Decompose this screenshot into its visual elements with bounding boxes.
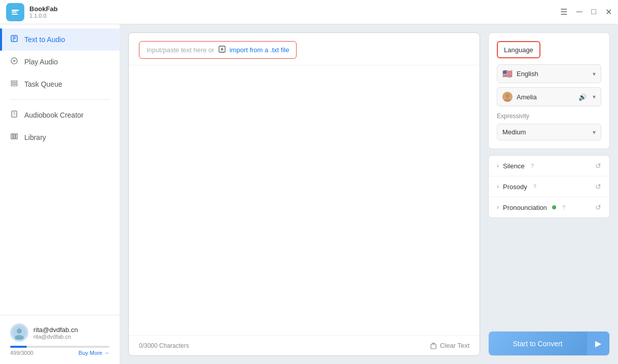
window-controls: ☰ ─ □ ✕ xyxy=(560,7,612,17)
progress-fill xyxy=(10,346,27,348)
active-indicator xyxy=(0,28,2,51)
app-logo xyxy=(6,3,24,21)
play-convert-icon: ▶ xyxy=(595,339,601,348)
progress-text: 499/3000 Buy More → xyxy=(10,350,110,356)
svg-rect-11 xyxy=(11,83,17,84)
language-chevron-icon: ▾ xyxy=(593,70,596,78)
prosody-title: Prosody xyxy=(503,183,527,191)
text-to-audio-icon xyxy=(10,34,18,45)
right-panel: Language 🇺🇸 English ▾ Amelia 🔊 ▾ Ex xyxy=(488,32,610,356)
app-name: BookFab xyxy=(29,5,58,13)
expandable-settings: › Silence ? ↺ › Prosody ? ↺ xyxy=(488,155,610,218)
sidebar-item-task-queue[interactable]: Task Queue xyxy=(0,73,120,95)
char-count: 0/3000 Characters xyxy=(139,342,189,349)
play-convert-button[interactable]: ▶ xyxy=(587,332,609,355)
pronounciation-left: › Pronounciation ? xyxy=(497,204,565,211)
flag-icon: 🇺🇸 xyxy=(502,69,513,79)
silence-reset-icon[interactable]: ↺ xyxy=(595,162,601,170)
language-label: Language xyxy=(504,46,533,54)
library-icon xyxy=(10,132,18,142)
user-details: rita@dvdfab.cn rita@dvdfab.cn xyxy=(33,326,110,340)
voice-name: Amelia xyxy=(517,93,574,101)
sidebar-task-queue-label: Task Queue xyxy=(24,80,62,88)
convert-bar: Start to Convert ▶ xyxy=(488,331,610,356)
close-button[interactable]: ✕ xyxy=(605,7,612,17)
svg-rect-2 xyxy=(12,12,17,13)
user-info: rita@dvdfab.cn rita@dvdfab.cn xyxy=(10,323,110,342)
maximize-button[interactable]: □ xyxy=(591,7,596,17)
start-convert-button[interactable]: Start to Convert xyxy=(489,332,587,355)
language-select[interactable]: 🇺🇸 English ▾ xyxy=(497,64,601,83)
silence-row[interactable]: › Silence ? ↺ xyxy=(489,156,609,176)
app-info: BookFab 1.1.0.0 xyxy=(29,5,58,19)
sound-icon: 🔊 xyxy=(578,93,587,101)
progress-max: 3000 xyxy=(21,350,33,356)
svg-rect-16 xyxy=(11,134,13,139)
pronounciation-title: Pronounciation xyxy=(503,204,547,211)
sidebar-item-library[interactable]: Library xyxy=(0,126,120,149)
pronounciation-row[interactable]: › Pronounciation ? ↺ xyxy=(489,197,609,217)
voice-select[interactable]: Amelia 🔊 ▾ xyxy=(497,87,601,106)
user-name: rita@dvdfab.cn xyxy=(33,326,110,334)
import-box[interactable]: Input/paste text here or import from a .… xyxy=(139,41,297,59)
clear-text-label: Clear Text xyxy=(440,342,469,349)
menu-icon[interactable]: ☰ xyxy=(560,7,567,17)
app-version: 1.1.0.0 xyxy=(29,13,58,19)
sidebar-item-play-audio[interactable]: Play Audio xyxy=(0,51,120,73)
sidebar: Text to Audio Play Audio Task Queue xyxy=(0,24,120,364)
content-area: Input/paste text here or import from a .… xyxy=(120,24,618,364)
main-layout: Text to Audio Play Audio Task Queue xyxy=(0,24,618,364)
silence-help-icon[interactable]: ? xyxy=(531,163,534,169)
audiobook-creator-icon xyxy=(10,110,18,120)
prosody-row[interactable]: › Prosody ? ↺ xyxy=(489,176,609,197)
svg-point-30 xyxy=(505,94,510,98)
prosody-expand-icon: › xyxy=(497,183,499,190)
svg-rect-1 xyxy=(12,10,19,11)
svg-point-20 xyxy=(17,329,22,334)
language-settings-card: Language 🇺🇸 English ▾ Amelia 🔊 ▾ Ex xyxy=(488,32,610,149)
voice-chevron-icon: ▾ xyxy=(593,93,596,100)
editor-panel: Input/paste text here or import from a .… xyxy=(128,32,480,356)
progress-current: 499 xyxy=(10,350,19,356)
expressivity-chevron-icon: ▾ xyxy=(593,129,596,136)
pronounciation-reset-icon[interactable]: ↺ xyxy=(595,203,601,211)
prosody-left: › Prosody ? xyxy=(497,183,536,191)
editor-footer: 0/3000 Characters Clear Text xyxy=(129,335,480,355)
sidebar-item-text-to-audio[interactable]: Text to Audio xyxy=(0,28,120,51)
sidebar-text-to-audio-label: Text to Audio xyxy=(24,35,65,44)
buy-more-link[interactable]: Buy More → xyxy=(79,350,110,356)
silence-left: › Silence ? xyxy=(497,162,534,170)
language-label-box: Language xyxy=(497,41,540,58)
expressivity-label: Expressivity xyxy=(497,113,601,120)
title-bar: BookFab 1.1.0.0 ☰ ─ □ ✕ xyxy=(0,0,618,24)
prosody-help-icon[interactable]: ? xyxy=(533,184,536,190)
text-input[interactable] xyxy=(129,65,480,335)
expressivity-select[interactable]: Medium ▾ xyxy=(497,124,601,140)
sidebar-nav: Text to Audio Play Audio Task Queue xyxy=(0,24,120,315)
svg-rect-3 xyxy=(12,14,18,15)
sidebar-play-audio-label: Play Audio xyxy=(24,58,58,66)
new-feature-badge xyxy=(552,205,556,209)
pronounciation-expand-icon: › xyxy=(497,204,499,211)
svg-rect-18 xyxy=(16,134,17,139)
progress-track xyxy=(10,346,110,348)
app-branding: BookFab 1.1.0.0 xyxy=(6,3,58,21)
clear-text-button[interactable]: Clear Text xyxy=(430,342,469,349)
voice-avatar xyxy=(502,92,513,102)
language-value: English xyxy=(517,70,589,78)
sidebar-item-audiobook-creator[interactable]: Audiobook Creator xyxy=(0,104,120,126)
minimize-button[interactable]: ─ xyxy=(576,7,582,17)
svg-marker-9 xyxy=(14,60,16,62)
import-link-text[interactable]: import from a .txt file xyxy=(230,46,289,54)
usage-progress: 499/3000 Buy More → xyxy=(10,346,110,356)
svg-rect-17 xyxy=(14,134,15,139)
prosody-reset-icon[interactable]: ↺ xyxy=(595,183,601,191)
silence-title: Silence xyxy=(503,162,525,170)
silence-expand-icon: › xyxy=(497,162,499,169)
svg-rect-12 xyxy=(11,85,17,86)
svg-rect-10 xyxy=(11,81,17,82)
sidebar-bottom: rita@dvdfab.cn rita@dvdfab.cn 499/3000 B… xyxy=(0,315,120,364)
svg-rect-25 xyxy=(431,344,436,349)
pronounciation-help-icon[interactable]: ? xyxy=(562,204,565,210)
play-audio-icon xyxy=(10,57,18,67)
